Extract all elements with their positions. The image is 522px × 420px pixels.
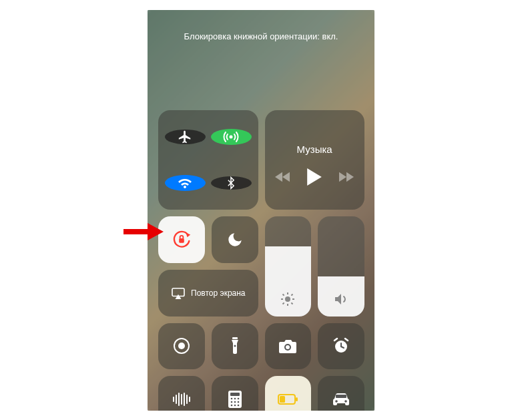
play-icon[interactable] — [307, 168, 322, 186]
svg-marker-5 — [307, 168, 322, 186]
svg-point-45 — [234, 401, 236, 403]
volume-icon — [333, 291, 349, 307]
moon-icon — [226, 231, 244, 248]
svg-line-16 — [292, 302, 293, 304]
svg-marker-1 — [148, 223, 164, 240]
lock-rotation-icon — [170, 228, 193, 251]
svg-point-41 — [230, 398, 232, 400]
do-not-disturb-button[interactable] — [212, 216, 258, 263]
svg-point-42 — [234, 398, 236, 400]
wifi-icon — [177, 175, 193, 191]
svg-marker-4 — [282, 172, 290, 182]
alarm-clock-icon — [332, 337, 350, 355]
svg-point-43 — [237, 398, 239, 400]
calculator-icon — [228, 391, 242, 408]
media-controls — [275, 168, 354, 186]
svg-point-53 — [335, 400, 338, 403]
svg-marker-20 — [176, 294, 182, 299]
driving-mode-button[interactable] — [318, 376, 364, 410]
flashlight-button[interactable] — [212, 323, 258, 370]
svg-rect-9 — [179, 238, 184, 243]
brightness-slider[interactable] — [265, 216, 312, 316]
low-power-mode-button[interactable] — [265, 376, 312, 410]
svg-line-15 — [283, 294, 284, 295]
screen-mirroring-button[interactable]: Повтор экрана — [158, 270, 258, 317]
svg-point-54 — [344, 400, 347, 403]
cellular-data-button[interactable] — [211, 129, 252, 145]
camera-icon — [279, 339, 296, 353]
svg-rect-52 — [280, 396, 285, 403]
svg-point-48 — [234, 405, 236, 407]
svg-marker-8 — [186, 233, 191, 238]
record-icon — [172, 337, 191, 355]
media-title: Музыка — [297, 144, 332, 155]
screen-record-button[interactable] — [158, 323, 205, 370]
cellular-icon — [223, 129, 239, 145]
calculator-button[interactable] — [212, 376, 258, 410]
bluetooth-icon — [224, 176, 238, 190]
svg-line-17 — [283, 302, 284, 304]
wifi-button[interactable] — [165, 175, 206, 191]
rotation-lock-button[interactable] — [158, 216, 205, 263]
rewind-icon[interactable] — [275, 172, 290, 182]
car-icon — [332, 392, 350, 407]
svg-rect-55 — [336, 395, 346, 398]
svg-point-22 — [178, 343, 185, 349]
svg-point-44 — [230, 401, 232, 403]
svg-rect-40 — [230, 393, 240, 396]
svg-line-31 — [345, 339, 348, 341]
svg-rect-23 — [232, 337, 238, 339]
svg-line-18 — [292, 294, 293, 295]
svg-marker-3 — [275, 172, 282, 182]
alarm-button[interactable] — [318, 323, 364, 370]
svg-point-26 — [286, 345, 290, 349]
airplane-mode-button[interactable] — [165, 130, 206, 144]
svg-point-47 — [230, 405, 232, 407]
airplane-icon — [178, 130, 192, 144]
status-message: Блокировка книжной ориентации: вкл. — [148, 31, 374, 41]
svg-point-46 — [237, 401, 239, 403]
flashlight-icon — [230, 337, 240, 355]
volume-slider[interactable] — [318, 216, 364, 316]
airplay-icon — [171, 287, 186, 299]
svg-point-49 — [237, 405, 239, 407]
svg-rect-51 — [296, 397, 298, 401]
pointer-arrow — [123, 222, 164, 242]
svg-marker-6 — [339, 172, 346, 182]
svg-marker-7 — [346, 172, 354, 182]
media-panel[interactable]: Музыка — [265, 110, 364, 210]
battery-icon — [278, 394, 298, 405]
brightness-icon — [280, 291, 296, 307]
svg-point-2 — [230, 135, 233, 138]
svg-point-10 — [285, 296, 290, 302]
hearing-button[interactable] — [158, 376, 205, 410]
screen-mirror-label: Повтор экрана — [191, 288, 245, 298]
control-center: Блокировка книжной ориентации: вкл. — [148, 10, 374, 411]
svg-rect-0 — [123, 229, 149, 234]
svg-line-30 — [334, 339, 337, 341]
svg-point-24 — [234, 345, 236, 347]
connectivity-panel — [158, 110, 258, 210]
forward-icon[interactable] — [339, 172, 354, 182]
waveform-icon — [172, 393, 192, 406]
camera-button[interactable] — [265, 323, 312, 370]
bluetooth-button[interactable] — [211, 176, 252, 190]
